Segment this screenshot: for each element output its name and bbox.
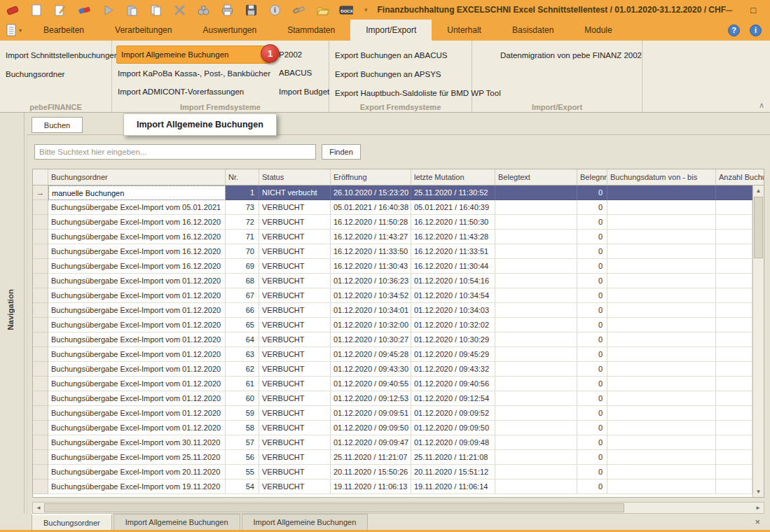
row-indicator-cell[interactable] bbox=[33, 347, 48, 362]
cell-mutation[interactable]: 01.12.2020 / 09:09:48 bbox=[411, 435, 495, 450]
cell-eroeffnung[interactable]: 01.12.2020 / 09:43:30 bbox=[331, 362, 411, 377]
cell-ordner[interactable]: Buchungsübergabe Excel-Import vom 19.11.… bbox=[48, 479, 226, 494]
column-header-belegnr[interactable]: Belegnr. bbox=[577, 169, 607, 186]
row-indicator-cell[interactable] bbox=[33, 479, 48, 494]
row-indicator-cell[interactable] bbox=[33, 406, 48, 421]
table-row[interactable]: Buchungsübergabe Excel-Import vom 16.12.… bbox=[33, 230, 752, 244]
cell-ordner[interactable]: Buchungsübergabe Excel-Import vom 01.12.… bbox=[48, 332, 226, 347]
cell-datum[interactable] bbox=[607, 244, 716, 259]
table-row[interactable]: Buchungsübergabe Excel-Import vom 16.12.… bbox=[33, 215, 752, 230]
copy-icon[interactable] bbox=[149, 3, 163, 17]
cell-belegnr[interactable]: 0 bbox=[577, 200, 607, 215]
cell-nr[interactable]: 62 bbox=[226, 362, 259, 377]
bottom-tab-buchungsordner[interactable]: Buchungsordner bbox=[32, 514, 112, 530]
cell-status[interactable]: VERBUCHT bbox=[259, 362, 331, 377]
ribbon-item-p2002[interactable]: P2002 bbox=[273, 46, 335, 64]
cell-anzahl[interactable] bbox=[716, 450, 752, 465]
vertical-scroll-thumb[interactable] bbox=[754, 197, 763, 258]
cell-ordner[interactable]: Buchungsübergabe Excel-Import vom 01.12.… bbox=[48, 318, 226, 332]
row-indicator-cell[interactable]: → bbox=[33, 186, 48, 200]
cell-belegnr[interactable]: 0 bbox=[577, 303, 607, 318]
cell-belegtext[interactable] bbox=[495, 215, 577, 230]
tab-unterhalt[interactable]: Unterhalt bbox=[432, 20, 497, 41]
cell-eroeffnung[interactable]: 01.12.2020 / 10:36:23 bbox=[331, 274, 411, 288]
cell-belegnr[interactable]: 0 bbox=[577, 465, 607, 479]
ribbon-item-export-hauptbuch[interactable]: Export Hauptbuch-Saldoliste für BMD WP T… bbox=[329, 83, 472, 102]
row-indicator-cell[interactable] bbox=[33, 332, 48, 347]
cell-anzahl[interactable] bbox=[716, 332, 752, 347]
row-indicator-cell[interactable] bbox=[33, 259, 48, 274]
cell-anzahl[interactable] bbox=[716, 465, 752, 479]
cell-nr[interactable]: 64 bbox=[226, 332, 259, 347]
cell-belegtext[interactable] bbox=[495, 377, 577, 391]
ribbon-item-abacus[interactable]: ABACUS bbox=[273, 64, 335, 82]
cell-belegnr[interactable]: 0 bbox=[577, 318, 607, 332]
menu-launcher-icon[interactable]: ▾ bbox=[0, 20, 28, 41]
cell-nr[interactable]: 57 bbox=[226, 435, 259, 450]
cell-belegtext[interactable] bbox=[495, 362, 577, 377]
cell-mutation[interactable]: 01.12.2020 / 09:43:32 bbox=[411, 362, 495, 377]
search-input[interactable] bbox=[34, 144, 316, 160]
cell-ordner[interactable]: Buchungsübergabe Excel-Import vom 20.11.… bbox=[48, 465, 226, 479]
cell-mutation[interactable]: 16.12.2020 / 11:30:44 bbox=[411, 259, 495, 274]
toolbar-overflow-dropdown[interactable]: ▾ bbox=[364, 6, 368, 13]
table-row[interactable]: Buchungsübergabe Excel-Import vom 01.12.… bbox=[33, 288, 752, 303]
cell-eroeffnung[interactable]: 25.11.2020 / 11:21:07 bbox=[331, 450, 411, 465]
cell-status[interactable]: VERBUCHT bbox=[259, 465, 331, 479]
row-indicator-cell[interactable] bbox=[33, 244, 48, 259]
cell-ordner[interactable]: Buchungsübergabe Excel-Import vom 01.12.… bbox=[48, 303, 226, 318]
cell-eroeffnung[interactable]: 01.12.2020 / 10:32:00 bbox=[331, 318, 411, 332]
cell-nr[interactable]: 54 bbox=[226, 479, 259, 494]
row-indicator-cell[interactable] bbox=[33, 377, 48, 391]
cell-eroeffnung[interactable]: 05.01.2021 / 16:40:38 bbox=[331, 200, 411, 215]
cell-eroeffnung[interactable]: 20.11.2020 / 15:50:26 bbox=[331, 465, 411, 479]
column-header-status[interactable]: Status bbox=[259, 169, 331, 186]
row-indicator-cell[interactable] bbox=[33, 318, 48, 332]
cell-belegtext[interactable] bbox=[495, 274, 577, 288]
cell-nr[interactable]: 59 bbox=[226, 406, 259, 421]
cell-status[interactable]: VERBUCHT bbox=[259, 406, 331, 421]
cell-status[interactable]: VERBUCHT bbox=[259, 421, 331, 435]
cell-ordner[interactable]: Buchungsübergabe Excel-Import vom 05.01.… bbox=[48, 200, 226, 215]
cell-anzahl[interactable] bbox=[716, 288, 752, 303]
cell-belegtext[interactable] bbox=[495, 465, 577, 479]
ribbon-item-import-allgemeine-buchungen[interactable]: Import Allgemeine Buchungen 1 bbox=[116, 46, 270, 64]
cell-status[interactable]: VERBUCHT bbox=[259, 318, 331, 332]
about-info-icon[interactable]: i bbox=[750, 24, 762, 36]
cell-nr[interactable]: 66 bbox=[226, 303, 259, 318]
cell-eroeffnung[interactable]: 01.12.2020 / 10:34:01 bbox=[331, 303, 411, 318]
cell-status[interactable]: VERBUCHT bbox=[259, 479, 331, 494]
save-icon[interactable] bbox=[244, 3, 258, 17]
ribbon-item-datenmigration[interactable]: Datenmigration von pebe FINANZ 2002 bbox=[495, 46, 642, 64]
cell-status[interactable]: VERBUCHT bbox=[259, 303, 331, 318]
cell-mutation[interactable]: 16.12.2020 / 11:50:30 bbox=[411, 215, 495, 230]
cell-datum[interactable] bbox=[607, 186, 716, 200]
ribbon-item-import-kapoba[interactable]: Import KaPoBa Kassa-, Post-, Bankbücher bbox=[112, 64, 270, 82]
cell-belegnr[interactable]: 0 bbox=[577, 215, 607, 230]
cell-datum[interactable] bbox=[607, 347, 716, 362]
cell-status[interactable]: VERBUCHT bbox=[259, 347, 331, 362]
navigation-strip[interactable]: Navigation bbox=[0, 113, 25, 514]
minimize-button[interactable]: ─ bbox=[726, 6, 732, 15]
row-indicator-cell[interactable] bbox=[33, 200, 48, 215]
table-row[interactable]: Buchungsübergabe Excel-Import vom 01.12.… bbox=[33, 347, 752, 362]
row-indicator-cell[interactable] bbox=[33, 421, 48, 435]
cell-belegtext[interactable] bbox=[495, 391, 577, 406]
cell-belegtext[interactable] bbox=[495, 406, 577, 421]
table-row[interactable]: Buchungsübergabe Excel-Import vom 01.12.… bbox=[33, 274, 752, 288]
cell-belegtext[interactable] bbox=[495, 259, 577, 274]
cell-nr[interactable]: 72 bbox=[226, 215, 259, 230]
cell-datum[interactable] bbox=[607, 288, 716, 303]
cell-belegtext[interactable] bbox=[495, 318, 577, 332]
cell-mutation[interactable]: 05.01.2021 / 16:40:39 bbox=[411, 200, 495, 215]
row-indicator-cell[interactable] bbox=[33, 362, 48, 377]
cell-eroeffnung[interactable]: 16.12.2020 / 11:50:28 bbox=[331, 215, 411, 230]
cell-belegnr[interactable]: 0 bbox=[577, 406, 607, 421]
cell-nr[interactable]: 63 bbox=[226, 347, 259, 362]
row-indicator-cell[interactable] bbox=[33, 274, 48, 288]
cell-status[interactable]: VERBUCHT bbox=[259, 244, 331, 259]
cell-anzahl[interactable] bbox=[716, 479, 752, 494]
cell-datum[interactable] bbox=[607, 318, 716, 332]
cell-datum[interactable] bbox=[607, 391, 716, 406]
cell-eroeffnung[interactable]: 01.12.2020 / 09:12:53 bbox=[331, 391, 411, 406]
